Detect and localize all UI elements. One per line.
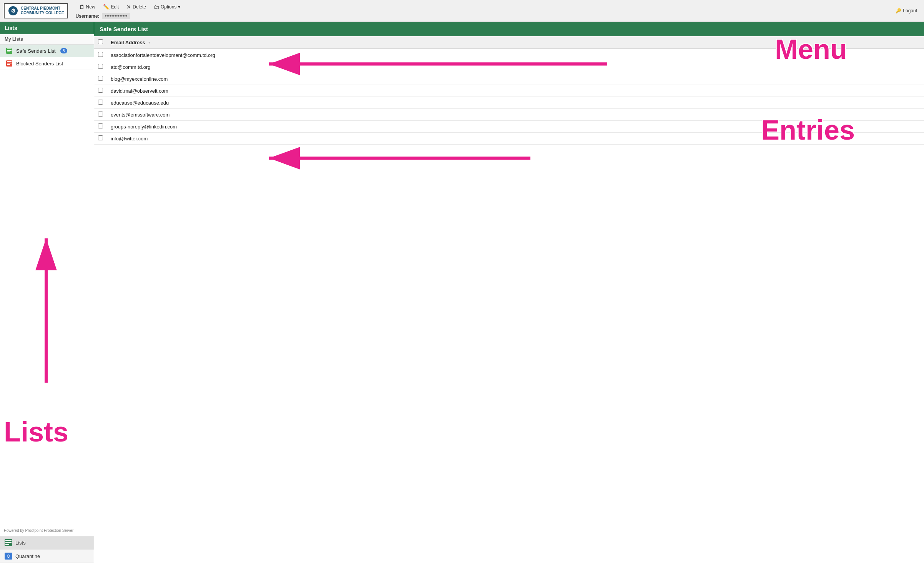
- sort-arrow: ↑: [148, 41, 150, 45]
- table-row[interactable]: atd@comm.td.org: [94, 61, 924, 73]
- svg-rect-13: [5, 544, 9, 545]
- email-cell: info@twitter.com: [107, 133, 924, 145]
- blocked-senders-label: Blocked Senders List: [16, 61, 63, 67]
- row-checkbox-cell: [94, 109, 107, 121]
- svg-rect-7: [7, 63, 12, 63]
- new-button[interactable]: 🗒 New: [76, 2, 99, 12]
- table-row[interactable]: david.mai@observeit.com: [94, 85, 924, 97]
- row-checkbox-cell: [94, 73, 107, 85]
- edit-icon: ✏️: [103, 4, 110, 10]
- content-header: Safe Senders List: [94, 22, 924, 36]
- sidebar-nav-quarantine[interactable]: Q Quarantine: [0, 550, 94, 563]
- edit-button[interactable]: ✏️ Edit: [100, 2, 123, 12]
- new-label: New: [86, 4, 95, 10]
- edit-label: Edit: [111, 4, 119, 10]
- email-cell: atd@comm.td.org: [107, 61, 924, 73]
- options-label: Options: [161, 4, 176, 10]
- toolbar: 🗒 New ✏️ Edit ✕ Delete 🗂 Options ▾: [68, 2, 893, 19]
- quarantine-nav-label: Quarantine: [15, 553, 40, 559]
- table-row[interactable]: events@emssoftware.com: [94, 109, 924, 121]
- table-row[interactable]: blog@myexcelonline.com: [94, 73, 924, 85]
- options-icon: 🗂: [154, 4, 159, 10]
- quarantine-nav-icon: Q: [5, 553, 12, 560]
- delete-label: Delete: [133, 4, 146, 10]
- email-cell: david.mai@observeit.com: [107, 85, 924, 97]
- row-checkbox-cell: [94, 49, 107, 61]
- row-checkbox[interactable]: [98, 76, 103, 81]
- sidebar-footer: Powered by Proofpoint Protection Server: [0, 525, 94, 536]
- options-dropdown-arrow: ▾: [178, 4, 180, 10]
- logo-icon: ⚙: [8, 5, 18, 16]
- main-wrapper: Lists My Lists Safe Senders List 8: [0, 22, 924, 563]
- logo: ⚙ CENTRAL PIEDMONT COMMUNITY COLLEGE: [4, 3, 68, 18]
- row-checkbox-cell: [94, 133, 107, 145]
- logout-button[interactable]: 🔑 Logout: [892, 7, 920, 15]
- svg-rect-3: [7, 50, 12, 51]
- col-check-header: [94, 36, 107, 49]
- safe-senders-badge: 8: [60, 48, 67, 53]
- row-checkbox[interactable]: [98, 64, 103, 69]
- email-cell: groups-noreply@linkedin.com: [107, 121, 924, 133]
- new-icon: 🗒: [79, 4, 85, 10]
- email-address-col-label: Email Address: [111, 40, 145, 45]
- email-cell: events@emssoftware.com: [107, 109, 924, 121]
- row-checkbox[interactable]: [98, 112, 103, 117]
- svg-text:Q: Q: [7, 554, 10, 558]
- lists-nav-label: Lists: [15, 540, 26, 546]
- toolbar-buttons: 🗒 New ✏️ Edit ✕ Delete 🗂 Options ▾: [76, 2, 184, 12]
- table-row[interactable]: groups-noreply@linkedin.com: [94, 121, 924, 133]
- svg-rect-8: [7, 64, 10, 65]
- row-checkbox-cell: [94, 121, 107, 133]
- header-bar: ⚙ CENTRAL PIEDMONT COMMUNITY COLLEGE 🗒 N…: [0, 0, 924, 22]
- sidebar-item-safe-senders[interactable]: Safe Senders List 8: [0, 45, 94, 57]
- table-row[interactable]: associationfortalentdevelopment@comm.td.…: [94, 49, 924, 61]
- email-table-area: Email Address ↑ associationfortalentdeve…: [94, 36, 924, 563]
- lists-nav-icon: [5, 539, 12, 546]
- select-all-checkbox[interactable]: [98, 39, 103, 44]
- sidebar: Lists My Lists Safe Senders List 8: [0, 22, 94, 563]
- svg-rect-12: [5, 542, 12, 543]
- table-row[interactable]: info@twitter.com: [94, 133, 924, 145]
- blocked-senders-icon: [5, 60, 13, 67]
- sidebar-lists-header: Lists: [0, 22, 94, 34]
- table-header-row: Email Address ↑: [94, 36, 924, 49]
- toolbar-group: 🗒 New ✏️ Edit ✕ Delete 🗂 Options ▾: [76, 2, 184, 19]
- email-cell: associationfortalentdevelopment@comm.td.…: [107, 49, 924, 61]
- logout-label: Logout: [903, 8, 917, 13]
- svg-rect-4: [7, 52, 10, 52]
- safe-senders-label: Safe Senders List: [16, 48, 56, 54]
- logo-text: CENTRAL PIEDMONT COMMUNITY COLLEGE: [21, 6, 64, 15]
- email-table: Email Address ↑ associationfortalentdeve…: [94, 36, 924, 145]
- username-label: Username:: [76, 13, 100, 19]
- row-checkbox[interactable]: [98, 52, 103, 57]
- content-area: Safe Senders List Email Address ↑: [94, 22, 924, 563]
- row-checkbox-cell: [94, 61, 107, 73]
- delete-icon: ✕: [126, 4, 131, 10]
- options-button[interactable]: 🗂 Options ▾: [150, 2, 184, 12]
- delete-button[interactable]: ✕ Delete: [123, 2, 150, 12]
- table-row[interactable]: educause@educause.edu: [94, 97, 924, 109]
- safe-senders-icon: [5, 47, 13, 55]
- sidebar-nav: Lists Q Quarantine: [0, 536, 94, 563]
- row-checkbox-cell: [94, 97, 107, 109]
- row-checkbox[interactable]: [98, 123, 103, 128]
- row-checkbox-cell: [94, 85, 107, 97]
- svg-rect-11: [5, 540, 12, 541]
- svg-rect-5: [7, 48, 12, 49]
- svg-text:⚙: ⚙: [11, 8, 16, 14]
- sidebar-nav-lists[interactable]: Lists: [0, 536, 94, 550]
- email-cell: educause@educause.edu: [107, 97, 924, 109]
- header-left: ⚙ CENTRAL PIEDMONT COMMUNITY COLLEGE: [4, 3, 68, 18]
- username-value: ••••••••••••••: [102, 13, 131, 19]
- logout-icon: 🔑: [896, 8, 901, 13]
- svg-rect-9: [7, 61, 12, 62]
- sidebar-my-lists: My Lists: [0, 34, 94, 45]
- row-checkbox[interactable]: [98, 135, 103, 140]
- col-email-header[interactable]: Email Address ↑: [107, 36, 924, 49]
- username-row: Username: ••••••••••••••: [76, 13, 184, 19]
- sidebar-item-blocked-senders[interactable]: Blocked Senders List: [0, 57, 94, 70]
- row-checkbox[interactable]: [98, 88, 103, 93]
- email-cell: blog@myexcelonline.com: [107, 73, 924, 85]
- row-checkbox[interactable]: [98, 100, 103, 105]
